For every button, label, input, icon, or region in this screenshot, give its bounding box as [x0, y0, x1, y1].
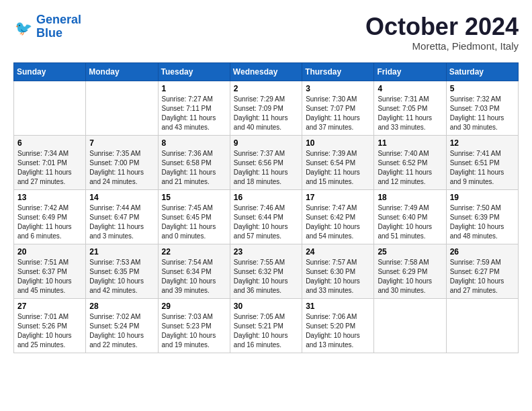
calendar-cell: 31Sunrise: 7:06 AMSunset: 5:20 PMDayligh…: [302, 298, 374, 353]
day-number: 8: [162, 138, 226, 148]
calendar-cell: 12Sunrise: 7:41 AMSunset: 6:51 PMDayligh…: [446, 135, 518, 189]
day-number: 13: [17, 193, 82, 202]
calendar-cell: 14Sunrise: 7:44 AMSunset: 6:47 PMDayligh…: [86, 189, 158, 244]
day-number: 1: [162, 84, 226, 93]
day-number: 31: [306, 302, 370, 311]
day-number: 20: [17, 247, 82, 257]
calendar-cell: 10Sunrise: 7:39 AMSunset: 6:54 PMDayligh…: [302, 135, 374, 189]
calendar-cell: 25Sunrise: 7:58 AMSunset: 6:29 PMDayligh…: [374, 244, 446, 298]
day-number: 2: [234, 84, 298, 93]
day-info: Sunrise: 7:41 AMSunset: 6:51 PMDaylight:…: [450, 149, 515, 187]
day-info: Sunrise: 7:45 AMSunset: 6:45 PMDaylight:…: [162, 203, 226, 241]
logo-line2: Blue: [36, 26, 62, 40]
weekday-header: Tuesday: [158, 62, 230, 81]
day-info: Sunrise: 7:57 AMSunset: 6:30 PMDaylight:…: [306, 258, 370, 295]
day-number: 27: [17, 302, 82, 311]
calendar-cell: 6Sunrise: 7:34 AMSunset: 7:01 PMDaylight…: [14, 135, 86, 189]
calendar-cell: 5Sunrise: 7:32 AMSunset: 7:03 PMDaylight…: [446, 81, 518, 135]
day-number: 10: [306, 138, 370, 148]
calendar-cell: 2Sunrise: 7:29 AMSunset: 7:09 PMDaylight…: [230, 81, 302, 135]
day-number: 9: [234, 138, 298, 148]
day-info: Sunrise: 7:59 AMSunset: 6:27 PMDaylight:…: [450, 258, 515, 295]
day-info: Sunrise: 7:34 AMSunset: 7:01 PMDaylight:…: [17, 149, 82, 187]
calendar-cell: 3Sunrise: 7:30 AMSunset: 7:07 PMDaylight…: [302, 81, 374, 135]
calendar-week-row: 1Sunrise: 7:27 AMSunset: 7:11 PMDaylight…: [14, 81, 519, 135]
title-block: October 2024 Moretta, Piedmont, Italy: [365, 13, 519, 52]
day-number: 30: [234, 302, 298, 311]
svg-text:🐦: 🐦: [15, 19, 33, 37]
day-info: Sunrise: 7:01 AMSunset: 5:26 PMDaylight:…: [17, 312, 82, 350]
calendar-cell: 26Sunrise: 7:59 AMSunset: 6:27 PMDayligh…: [446, 244, 518, 298]
day-number: 16: [234, 193, 298, 202]
calendar-header-row: SundayMondayTuesdayWednesdayThursdayFrid…: [14, 62, 519, 81]
day-number: 21: [89, 247, 154, 257]
logo-icon: 🐦: [13, 17, 34, 37]
weekday-header: Wednesday: [230, 62, 302, 81]
calendar-cell: 18Sunrise: 7:49 AMSunset: 6:40 PMDayligh…: [374, 189, 446, 244]
calendar-cell: 28Sunrise: 7:02 AMSunset: 5:24 PMDayligh…: [86, 298, 158, 353]
calendar-table: SundayMondayTuesdayWednesdayThursdayFrid…: [13, 62, 519, 353]
day-info: Sunrise: 7:47 AMSunset: 6:42 PMDaylight:…: [306, 203, 370, 241]
calendar-cell: 11Sunrise: 7:40 AMSunset: 6:52 PMDayligh…: [374, 135, 446, 189]
calendar-cell: [446, 298, 518, 353]
weekday-header: Saturday: [446, 62, 518, 81]
day-info: Sunrise: 7:44 AMSunset: 6:47 PMDaylight:…: [89, 203, 154, 241]
day-number: 23: [234, 247, 298, 257]
calendar-cell: 7Sunrise: 7:35 AMSunset: 7:00 PMDaylight…: [86, 135, 158, 189]
calendar-cell: 22Sunrise: 7:54 AMSunset: 6:34 PMDayligh…: [158, 244, 230, 298]
page-header: 🐦 General Blue October 2024 Moretta, Pie…: [13, 13, 519, 52]
calendar-cell: 16Sunrise: 7:46 AMSunset: 6:44 PMDayligh…: [230, 189, 302, 244]
calendar-week-row: 13Sunrise: 7:42 AMSunset: 6:49 PMDayligh…: [14, 189, 519, 244]
day-info: Sunrise: 7:30 AMSunset: 7:07 PMDaylight:…: [306, 95, 370, 132]
calendar-cell: 29Sunrise: 7:03 AMSunset: 5:23 PMDayligh…: [158, 298, 230, 353]
day-number: 22: [162, 247, 226, 257]
day-info: Sunrise: 7:51 AMSunset: 6:37 PMDaylight:…: [17, 258, 82, 295]
calendar-cell: 19Sunrise: 7:50 AMSunset: 6:39 PMDayligh…: [446, 189, 518, 244]
calendar-week-row: 6Sunrise: 7:34 AMSunset: 7:01 PMDaylight…: [14, 135, 519, 189]
day-info: Sunrise: 7:42 AMSunset: 6:49 PMDaylight:…: [17, 203, 82, 241]
day-number: 3: [306, 84, 370, 93]
calendar-cell: 15Sunrise: 7:45 AMSunset: 6:45 PMDayligh…: [158, 189, 230, 244]
calendar-cell: 8Sunrise: 7:36 AMSunset: 6:58 PMDaylight…: [158, 135, 230, 189]
calendar-cell: 4Sunrise: 7:31 AMSunset: 7:05 PMDaylight…: [374, 81, 446, 135]
day-number: 15: [162, 193, 226, 202]
day-info: Sunrise: 7:46 AMSunset: 6:44 PMDaylight:…: [234, 203, 298, 241]
calendar-cell: 9Sunrise: 7:37 AMSunset: 6:56 PMDaylight…: [230, 135, 302, 189]
day-info: Sunrise: 7:53 AMSunset: 6:35 PMDaylight:…: [89, 258, 154, 295]
location: Moretta, Piedmont, Italy: [365, 40, 519, 52]
day-info: Sunrise: 7:35 AMSunset: 7:00 PMDaylight:…: [89, 149, 154, 187]
day-info: Sunrise: 7:05 AMSunset: 5:21 PMDaylight:…: [234, 312, 298, 350]
day-info: Sunrise: 7:06 AMSunset: 5:20 PMDaylight:…: [306, 312, 370, 350]
day-number: 12: [450, 138, 515, 148]
calendar-cell: 20Sunrise: 7:51 AMSunset: 6:37 PMDayligh…: [14, 244, 86, 298]
calendar-cell: 30Sunrise: 7:05 AMSunset: 5:21 PMDayligh…: [230, 298, 302, 353]
day-info: Sunrise: 7:29 AMSunset: 7:09 PMDaylight:…: [234, 95, 298, 132]
day-number: 26: [450, 247, 515, 257]
calendar-cell: 23Sunrise: 7:55 AMSunset: 6:32 PMDayligh…: [230, 244, 302, 298]
day-number: 4: [378, 84, 442, 93]
day-info: Sunrise: 7:03 AMSunset: 5:23 PMDaylight:…: [162, 312, 226, 350]
day-number: 29: [162, 302, 226, 311]
day-info: Sunrise: 7:36 AMSunset: 6:58 PMDaylight:…: [162, 149, 226, 187]
day-info: Sunrise: 7:40 AMSunset: 6:52 PMDaylight:…: [378, 149, 442, 187]
day-info: Sunrise: 7:55 AMSunset: 6:32 PMDaylight:…: [234, 258, 298, 295]
day-info: Sunrise: 7:50 AMSunset: 6:39 PMDaylight:…: [450, 203, 515, 241]
weekday-header: Thursday: [302, 62, 374, 81]
day-number: 7: [89, 138, 154, 148]
logo-text: General Blue: [36, 13, 81, 40]
logo-line1: General: [36, 13, 81, 26]
month-title: October 2024: [365, 13, 519, 40]
day-info: Sunrise: 7:58 AMSunset: 6:29 PMDaylight:…: [378, 258, 442, 295]
day-number: 24: [306, 247, 370, 257]
weekday-header: Monday: [86, 62, 158, 81]
calendar-cell: [374, 298, 446, 353]
day-info: Sunrise: 7:27 AMSunset: 7:11 PMDaylight:…: [162, 95, 226, 132]
day-info: Sunrise: 7:37 AMSunset: 6:56 PMDaylight:…: [234, 149, 298, 187]
day-number: 5: [450, 84, 515, 93]
calendar-week-row: 27Sunrise: 7:01 AMSunset: 5:26 PMDayligh…: [14, 298, 519, 353]
calendar-week-row: 20Sunrise: 7:51 AMSunset: 6:37 PMDayligh…: [14, 244, 519, 298]
day-number: 19: [450, 193, 515, 202]
calendar-cell: [14, 81, 86, 135]
day-number: 25: [378, 247, 442, 257]
day-number: 6: [17, 138, 82, 148]
